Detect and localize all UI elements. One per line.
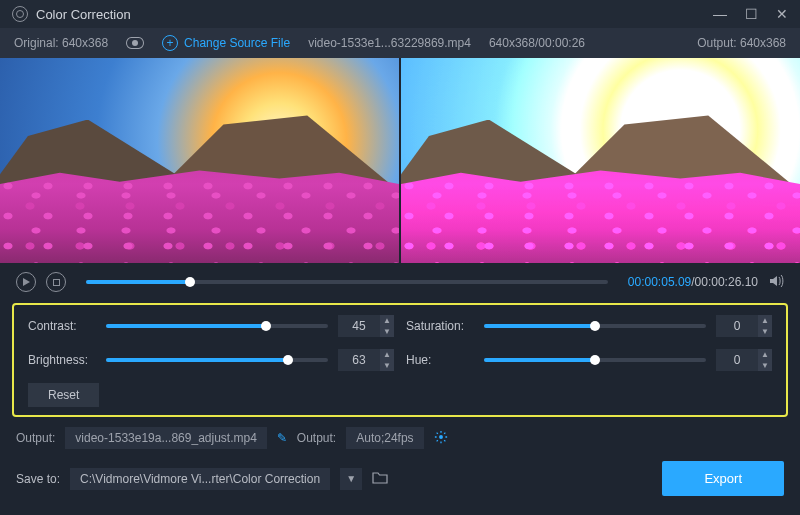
minimize-button[interactable]: — — [713, 7, 727, 21]
close-button[interactable]: ✕ — [776, 7, 788, 21]
saturation-spinner[interactable]: ▲▼ — [716, 315, 772, 337]
brightness-spinner[interactable]: ▲▼ — [338, 349, 394, 371]
svg-marker-0 — [23, 278, 30, 286]
stepper-down-icon[interactable]: ▼ — [380, 326, 394, 337]
contrast-slider[interactable] — [106, 324, 328, 328]
saturation-slider[interactable] — [484, 324, 706, 328]
time-current: 00:00:05.09 — [628, 275, 691, 289]
preview-original — [0, 58, 399, 263]
brightness-slider[interactable] — [106, 358, 328, 362]
preview-area — [0, 58, 800, 263]
brightness-input[interactable] — [338, 349, 380, 371]
output-format: Auto;24fps — [346, 427, 423, 449]
bottom-bar: Save to: C:\Vidmore\Vidmore Vi...rter\Co… — [0, 455, 800, 506]
svg-point-1 — [439, 435, 443, 439]
edit-filename-icon[interactable]: ✎ — [277, 431, 287, 445]
stepper-up-icon[interactable]: ▲ — [758, 315, 772, 326]
open-folder-icon[interactable] — [372, 470, 388, 487]
stepper-up-icon[interactable]: ▲ — [758, 349, 772, 360]
output-label-1: Output: — [16, 431, 55, 445]
hue-spinner[interactable]: ▲▼ — [716, 349, 772, 371]
brightness-label: Brightness: — [28, 353, 96, 367]
output-size-label: Output: 640x368 — [697, 36, 786, 50]
reset-button[interactable]: Reset — [28, 383, 99, 407]
play-button[interactable] — [16, 272, 36, 292]
stepper-down-icon[interactable]: ▼ — [758, 326, 772, 337]
output-row: Output: video-1533e19a...869_adjust.mp4 … — [0, 421, 800, 455]
preview-toggle-icon[interactable] — [126, 37, 144, 49]
output-label-2: Output: — [297, 431, 336, 445]
saturation-label: Saturation: — [406, 319, 474, 333]
stepper-down-icon[interactable]: ▼ — [758, 360, 772, 371]
app-logo-icon — [12, 6, 28, 22]
original-size-label: Original: 640x368 — [14, 36, 108, 50]
contrast-spinner[interactable]: ▲▼ — [338, 315, 394, 337]
change-source-label: Change Source File — [184, 36, 290, 50]
hue-input[interactable] — [716, 349, 758, 371]
source-filename: video-1533e1...63229869.mp4 — [308, 36, 471, 50]
time-total: 00:00:26.10 — [695, 275, 758, 289]
contrast-input[interactable] — [338, 315, 380, 337]
plus-circle-icon: + — [162, 35, 178, 51]
titlebar: Color Correction — ☐ ✕ — [0, 0, 800, 28]
stop-button[interactable] — [46, 272, 66, 292]
adjustment-panel: Contrast: ▲▼ Saturation: ▲▼ Brightness: … — [12, 303, 788, 417]
volume-icon[interactable] — [768, 273, 784, 292]
stepper-up-icon[interactable]: ▲ — [380, 315, 394, 326]
saturation-input[interactable] — [716, 315, 758, 337]
window-title: Color Correction — [36, 7, 131, 22]
contrast-label: Contrast: — [28, 319, 96, 333]
hue-slider[interactable] — [484, 358, 706, 362]
output-filename: video-1533e19a...869_adjust.mp4 — [65, 427, 266, 449]
save-to-label: Save to: — [16, 472, 60, 486]
path-dropdown-icon[interactable]: ▼ — [340, 468, 362, 490]
seek-slider[interactable] — [86, 280, 608, 284]
stepper-up-icon[interactable]: ▲ — [380, 349, 394, 360]
change-source-button[interactable]: + Change Source File — [162, 35, 290, 51]
info-bar: Original: 640x368 + Change Source File v… — [0, 28, 800, 58]
source-fileinfo: 640x368/00:00:26 — [489, 36, 585, 50]
export-button[interactable]: Export — [662, 461, 784, 496]
transport-bar: 00:00:05.09/00:00:26.10 — [0, 263, 800, 301]
timecode: 00:00:05.09/00:00:26.10 — [628, 275, 758, 289]
stepper-down-icon[interactable]: ▼ — [380, 360, 394, 371]
preview-adjusted — [401, 58, 800, 263]
save-path: C:\Vidmore\Vidmore Vi...rter\Color Corre… — [70, 468, 330, 490]
settings-icon[interactable] — [434, 430, 448, 447]
hue-label: Hue: — [406, 353, 474, 367]
maximize-button[interactable]: ☐ — [745, 7, 758, 21]
